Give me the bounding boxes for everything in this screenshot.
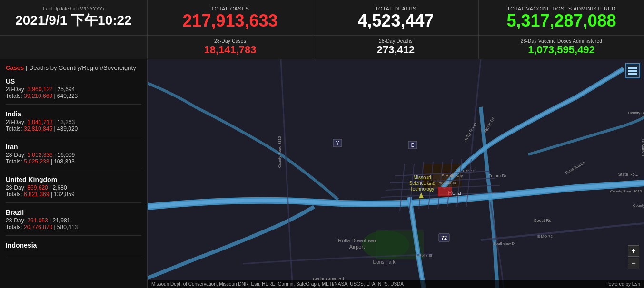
28day-vaccines-box: 28-Day Vaccine Doses Administered 1,073,… <box>479 36 644 59</box>
svg-rect-52 <box>429 181 433 183</box>
main-content: Cases | Deaths by Country/Region/Soverei… <box>0 59 644 288</box>
country-28day: 28-Day: 869,620 | 2,680 <box>6 184 141 191</box>
deaths-filter-link[interactable]: Deaths <box>29 64 49 71</box>
powered-by-text: Powered by Esri <box>605 281 640 287</box>
28day-stats-row: 28-Day Cases 18,141,783 28-Day Deaths 27… <box>0 36 644 59</box>
top-stats-row: Last Updated at (M/D/YYYY) 2021/9/1 下午10… <box>0 0 644 36</box>
layers-icon <box>628 66 637 76</box>
svg-text:Technology: Technology <box>410 186 435 192</box>
country-name: India <box>6 110 141 118</box>
28day-deaths-label: 28-Day Deaths <box>379 38 413 44</box>
svg-text:County Road 8110: County Road 8110 <box>277 136 282 168</box>
country-totals: Totals: 32,810,845 | 439,020 <box>6 125 141 132</box>
28day-cases-label: 28-Day Cases <box>214 38 246 44</box>
svg-text:Rolla Downtown: Rolla Downtown <box>338 238 376 243</box>
svg-text:Forum Dr: Forum Dr <box>488 173 506 178</box>
country-28day: 28-Day: 3,960,122 | 25,694 <box>6 86 141 93</box>
svg-text:State Ro...: State Ro... <box>618 172 639 177</box>
country-28day: 28-Day: 1,012,336 | 16,009 <box>6 152 141 158</box>
map-area[interactable]: Rolla Downtown Airport Missouri Science … <box>148 59 644 288</box>
zoom-in-button[interactable]: + <box>628 245 639 257</box>
svg-text:E 18th St: E 18th St <box>459 169 475 173</box>
svg-text:County Road 3010: County Road 3010 <box>610 189 642 193</box>
country-totals: Totals: 6,821,369 | 132,859 <box>6 191 141 198</box>
svg-text:Lions Park: Lions Park <box>373 259 396 265</box>
total-cases-box: Total Cases 217,913,633 <box>148 0 313 35</box>
svg-text:Y: Y <box>336 141 339 146</box>
last-updated-value: 2021/9/1 下午10:22 <box>15 11 131 29</box>
attribution-text: Missouri Dept. of Conservation, Missouri… <box>151 281 404 287</box>
map-attribution: Missouri Dept. of Conservation, Missouri… <box>148 280 644 288</box>
country-28day: 28-Day: 791,053 | 21,981 <box>6 217 141 224</box>
svg-rect-54 <box>628 67 637 69</box>
country-name: US <box>6 77 141 85</box>
total-deaths-value: 4,523,447 <box>357 12 434 29</box>
zoom-out-button[interactable]: − <box>628 258 639 269</box>
svg-rect-50 <box>438 187 452 196</box>
svg-text:S Holloway: S Holloway <box>441 173 463 178</box>
country-item[interactable]: United Kingdom28-Day: 869,620 | 2,680Tot… <box>6 176 141 203</box>
svg-text:S Rolla St: S Rolla St <box>415 253 432 258</box>
country-item[interactable]: Iran28-Day: 1,012,336 | 16,009Totals: 5,… <box>6 143 141 170</box>
total-deaths-box: Total Deaths 4,523,447 <box>313 0 479 35</box>
sidebar-separator: | <box>24 64 29 71</box>
country-totals: Totals: 39,210,669 | 640,223 <box>6 93 141 99</box>
country-name: Indonesia <box>6 241 141 249</box>
28day-cases-box: 28-Day Cases 18,141,783 <box>148 36 313 59</box>
svg-text:Airport: Airport <box>349 244 365 250</box>
country-28day: 28-Day: 1,041,713 | 13,263 <box>6 119 141 125</box>
country-list: US28-Day: 3,960,122 | 25,694Totals: 39,2… <box>6 77 141 255</box>
svg-text:County Road 3040: County Road 3040 <box>628 111 644 115</box>
map-controls: + − <box>628 245 639 269</box>
28day-vaccines-label: 28-Day Vaccine Doses Administered <box>521 38 602 44</box>
country-item[interactable]: US28-Day: 3,960,122 | 25,694Totals: 39,2… <box>6 77 141 105</box>
28day-vaccines-value: 1,073,595,492 <box>528 44 595 56</box>
total-vaccines-box: Total Vaccine Doses Administered 5,317,2… <box>479 0 644 35</box>
cases-filter-link[interactable]: Cases <box>6 64 24 71</box>
svg-text:Southview Dr: Southview Dr <box>493 241 516 246</box>
header-timestamp: Last Updated at (M/D/YYYY) 2021/9/1 下午10… <box>0 0 148 35</box>
country-name: Brazil <box>6 209 141 216</box>
country-totals: Totals: 5,025,233 | 108,393 <box>6 158 141 165</box>
country-item[interactable]: Indonesia <box>6 241 141 255</box>
country-item[interactable]: Brazil28-Day: 791,053 | 21,981Totals: 20… <box>6 209 141 236</box>
svg-text:Missouri: Missouri <box>413 175 431 180</box>
svg-text:E MO-72: E MO-72 <box>537 234 553 239</box>
country-name: Iran <box>6 143 141 151</box>
svg-rect-56 <box>628 73 637 75</box>
last-updated-label: Last Updated at (M/D/YYYY) <box>43 6 104 11</box>
sidebar-header: Cases | Deaths by Country/Region/Soverei… <box>6 63 141 73</box>
28day-deaths-value: 273,412 <box>377 44 415 56</box>
svg-text:County 31: County 31 <box>641 138 644 156</box>
country-sidebar[interactable]: Cases | Deaths by Country/Region/Soverei… <box>0 59 148 288</box>
svg-rect-51 <box>424 181 427 183</box>
total-cases-value: 217,913,633 <box>182 12 277 29</box>
total-vaccines-value: 5,317,287,088 <box>506 12 616 29</box>
svg-rect-53 <box>424 185 427 188</box>
svg-text:72: 72 <box>441 235 447 240</box>
map-svg: Rolla Downtown Airport Missouri Science … <box>148 59 644 288</box>
28day-cases-value: 18,141,783 <box>204 44 256 56</box>
country-totals: Totals: 20,776,870 | 580,413 <box>6 224 141 230</box>
svg-text:County Road: County Road <box>633 203 644 208</box>
layer-toggle-button[interactable] <box>625 63 640 78</box>
svg-rect-55 <box>628 70 637 72</box>
svg-text:E: E <box>411 143 415 148</box>
country-name: United Kingdom <box>6 176 141 183</box>
28day-deaths-box: 28-Day Deaths 273,412 <box>313 36 479 59</box>
country-item[interactable]: India28-Day: 1,041,713 | 13,263Totals: 3… <box>6 110 141 137</box>
svg-text:W 11th St: W 11th St <box>439 181 456 185</box>
sidebar-header-suffix: by Country/Region/Sovereignty <box>49 64 136 71</box>
svg-text:Soest Rd: Soest Rd <box>534 218 551 223</box>
